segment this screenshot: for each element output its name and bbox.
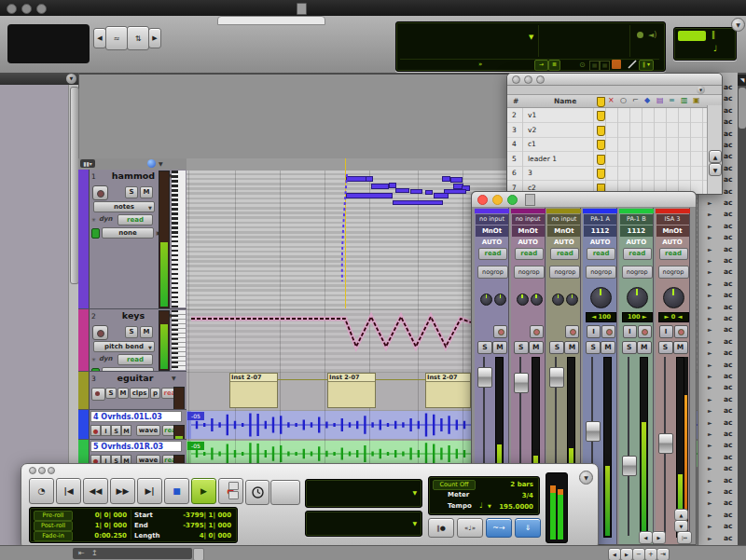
transport-checkbox-1[interactable] bbox=[228, 482, 239, 490]
clips-list-item[interactable]: ►ac bbox=[698, 440, 738, 451]
strip-auto-mode-button[interactable]: read bbox=[478, 248, 507, 260]
track-view-selector[interactable]: pitch bend▼ bbox=[93, 341, 155, 352]
memory-scroll-up[interactable]: ▲ bbox=[709, 150, 722, 163]
record-enable-button[interactable] bbox=[674, 325, 688, 338]
countoff-label[interactable]: Count Off bbox=[433, 480, 476, 490]
track-color-strip[interactable] bbox=[78, 170, 90, 309]
clip-expand-icon[interactable]: ► bbox=[708, 430, 712, 437]
delay-comp-icon[interactable]: ⊙ bbox=[579, 61, 586, 69]
clips-list-item[interactable]: ►ac bbox=[698, 209, 738, 220]
transport-sample-counter-dropdown[interactable]: ▼ bbox=[412, 520, 417, 526]
clips-list-item[interactable]: ►ac bbox=[698, 463, 738, 474]
strip-group-button[interactable]: nogrop bbox=[586, 266, 616, 279]
toolbar-options-button[interactable]: ▼ bbox=[731, 18, 745, 32]
fader-handle[interactable] bbox=[514, 373, 529, 393]
tempo-dropdown-icon[interactable]: ▼ bbox=[488, 503, 491, 509]
playlist-globe-icon[interactable] bbox=[147, 159, 156, 168]
clips-list-item[interactable]: ►ac bbox=[698, 533, 738, 544]
fast-forward-button[interactable]: ▶▶ bbox=[110, 478, 135, 504]
mute-button[interactable]: M bbox=[121, 425, 131, 436]
strip-color-bar[interactable] bbox=[619, 209, 654, 213]
strip-output-selector[interactable]: MnOt bbox=[547, 225, 580, 237]
fader-handle[interactable] bbox=[477, 367, 492, 388]
clip-expand-icon[interactable]: ► bbox=[708, 454, 712, 460]
midi-note[interactable] bbox=[450, 177, 463, 183]
solo-button[interactable]: S bbox=[658, 341, 673, 354]
mix-scroll-home[interactable]: |↔ bbox=[677, 531, 692, 544]
timeline-insertion-button[interactable]: → bbox=[534, 60, 548, 71]
clip-expand-icon[interactable]: ► bbox=[708, 419, 712, 426]
clips-list-resize-icon[interactable]: ◥ bbox=[738, 75, 746, 86]
memory-scroll-down[interactable]: ▼ bbox=[709, 163, 722, 176]
clip-expand-icon[interactable]: ► bbox=[708, 488, 712, 495]
mute-button[interactable]: M bbox=[492, 341, 507, 354]
clips-list-item[interactable]: ►ac bbox=[698, 290, 738, 301]
input-monitor-button[interactable]: I bbox=[623, 325, 637, 338]
memory-column-icon[interactable]: ◆ bbox=[644, 96, 650, 104]
zoom-out-arrow[interactable]: ◀ bbox=[93, 28, 106, 48]
transport-postroll-label[interactable]: Post-roll bbox=[34, 521, 73, 531]
dim2-button[interactable]: ▦ bbox=[600, 61, 610, 71]
pan-knob[interactable] bbox=[517, 294, 529, 306]
midi-note[interactable] bbox=[346, 176, 366, 182]
midi-note[interactable] bbox=[410, 189, 422, 194]
zoom-in-arrow[interactable]: ▶ bbox=[148, 28, 161, 48]
go-to-end-button[interactable]: ▶| bbox=[137, 478, 162, 504]
metronome-button[interactable]: «♩» bbox=[457, 518, 483, 538]
clip-expand-icon[interactable]: ► bbox=[708, 499, 712, 506]
record-enable-button[interactable] bbox=[92, 185, 108, 200]
clip-expand-icon[interactable]: ► bbox=[708, 211, 712, 217]
strip-output-selector[interactable]: MnOt bbox=[476, 225, 508, 237]
clips-list-item[interactable]: ►ac bbox=[698, 324, 738, 335]
hscroll-left-button[interactable]: ◀ bbox=[608, 548, 621, 560]
solo-button[interactable]: S bbox=[125, 186, 138, 198]
mute-button[interactable]: M bbox=[529, 341, 544, 354]
clip-expand-icon[interactable]: ► bbox=[708, 257, 712, 264]
track-view-selector[interactable]: wave bbox=[136, 425, 160, 436]
mute-button[interactable]: M bbox=[117, 388, 129, 399]
strip-output-selector[interactable]: 1112 bbox=[620, 225, 653, 237]
fader-handle[interactable] bbox=[586, 421, 601, 442]
solo-button[interactable]: S bbox=[111, 425, 121, 436]
playlist-button[interactable]: p bbox=[150, 388, 160, 399]
memory-zoom-button[interactable] bbox=[536, 75, 545, 84]
memory-column-icon[interactable]: ○ bbox=[620, 96, 627, 104]
mix-minimize-button[interactable] bbox=[492, 195, 503, 205]
scroll-to-start-icon[interactable]: ⇤ bbox=[78, 549, 85, 557]
strip-auto-mode-button[interactable]: read bbox=[623, 248, 652, 260]
clips-list-item[interactable]: ►ac bbox=[698, 510, 738, 521]
clip-expand-icon[interactable]: ► bbox=[708, 304, 712, 310]
clips-list-item[interactable]: ►ac bbox=[698, 279, 738, 290]
track-name[interactable]: 4 Ovrhds.01L.03 bbox=[90, 411, 182, 422]
record-enable-button[interactable] bbox=[565, 325, 579, 338]
mix-scroll-right[interactable]: ▶ bbox=[652, 531, 666, 544]
mute-button[interactable]: M bbox=[140, 326, 153, 338]
smart-tool-bridge[interactable] bbox=[217, 16, 325, 25]
pencil-status-icon[interactable] bbox=[628, 60, 637, 69]
solo-button[interactable]: S bbox=[514, 341, 529, 354]
strip-color-bar[interactable] bbox=[583, 209, 617, 213]
midi-note[interactable] bbox=[444, 189, 466, 194]
inst-clip[interactable]: Inst 2-07 bbox=[229, 373, 278, 408]
fader-handle[interactable] bbox=[549, 367, 564, 388]
pan-knob[interactable] bbox=[590, 287, 612, 308]
strip-auto-mode-button[interactable]: read bbox=[659, 248, 688, 260]
midi-note[interactable] bbox=[395, 188, 409, 193]
play-button[interactable]: ▶ bbox=[191, 478, 216, 504]
strip-input-selector[interactable]: PA-1 B bbox=[620, 214, 653, 225]
inst-clip[interactable]: Inst 2-07 bbox=[425, 373, 471, 408]
strip-input-selector[interactable]: PA-1 A bbox=[584, 214, 616, 225]
clip-expand-icon[interactable]: ► bbox=[708, 512, 712, 518]
memory-column-icon[interactable]: ▥ bbox=[681, 96, 688, 104]
solo-button[interactable]: S bbox=[105, 388, 117, 399]
pan-knob[interactable] bbox=[531, 294, 543, 306]
strip-input-selector[interactable]: no input bbox=[476, 214, 508, 225]
zoom-track-button[interactable]: ⇅ bbox=[127, 26, 149, 50]
clips-list-scrollbar[interactable]: ◥ bbox=[738, 73, 746, 545]
transport-options-button[interactable]: ▼ bbox=[579, 471, 593, 485]
clip-expand-icon[interactable]: ► bbox=[708, 315, 712, 321]
strip-color-bar[interactable] bbox=[656, 209, 690, 213]
strip-auto-mode-button[interactable]: read bbox=[550, 248, 579, 260]
marker-column-icon[interactable] bbox=[597, 97, 605, 107]
strip-group-button[interactable]: nogrop bbox=[622, 266, 653, 279]
